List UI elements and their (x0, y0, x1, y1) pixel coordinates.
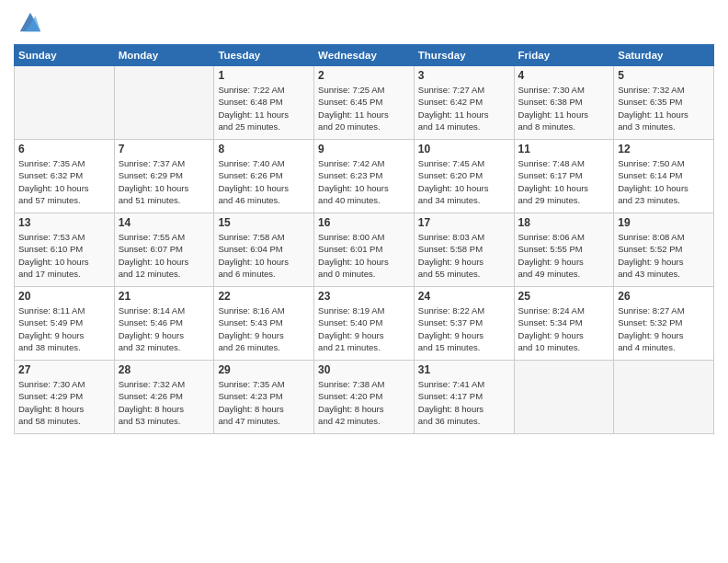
week-row-4: 20Sunrise: 8:11 AMSunset: 5:49 PMDayligh… (15, 287, 714, 361)
day-number: 26 (618, 290, 710, 303)
header (14, 9, 714, 37)
day-number: 31 (418, 363, 510, 376)
calendar-cell: 16Sunrise: 8:00 AMSunset: 6:01 PMDayligh… (314, 213, 415, 287)
day-info: Sunrise: 8:16 AMSunset: 5:43 PMDaylight:… (218, 304, 310, 353)
calendar-cell: 1Sunrise: 7:22 AMSunset: 6:48 PMDaylight… (214, 66, 314, 140)
weekday-thursday: Thursday (414, 45, 514, 66)
day-info: Sunrise: 7:41 AMSunset: 4:17 PMDaylight:… (418, 378, 510, 427)
calendar-cell: 24Sunrise: 8:22 AMSunset: 5:37 PMDayligh… (414, 287, 514, 361)
page: SundayMondayTuesdayWednesdayThursdayFrid… (0, 0, 728, 563)
logo-icon (17, 9, 42, 35)
day-info: Sunrise: 7:30 AMSunset: 4:29 PMDaylight:… (18, 378, 110, 427)
day-info: Sunrise: 7:50 AMSunset: 6:14 PMDaylight:… (618, 157, 710, 206)
week-row-2: 6Sunrise: 7:35 AMSunset: 6:32 PMDaylight… (15, 140, 714, 213)
day-info: Sunrise: 8:03 AMSunset: 5:58 PMDaylight:… (418, 231, 510, 280)
day-info: Sunrise: 7:45 AMSunset: 6:20 PMDaylight:… (418, 157, 510, 206)
day-info: Sunrise: 8:24 AMSunset: 5:34 PMDaylight:… (518, 304, 610, 353)
weekday-saturday: Saturday (614, 45, 714, 66)
day-number: 13 (18, 216, 110, 229)
day-number: 25 (518, 290, 610, 303)
calendar-cell (15, 66, 115, 140)
weekday-wednesday: Wednesday (314, 45, 415, 66)
day-info: Sunrise: 7:25 AMSunset: 6:45 PMDaylight:… (318, 84, 410, 132)
calendar-cell: 10Sunrise: 7:45 AMSunset: 6:20 PMDayligh… (414, 140, 514, 213)
day-info: Sunrise: 7:48 AMSunset: 6:17 PMDaylight:… (518, 157, 610, 206)
weekday-friday: Friday (514, 45, 614, 66)
day-number: 27 (18, 363, 110, 376)
day-info: Sunrise: 8:11 AMSunset: 5:49 PMDaylight:… (18, 304, 110, 353)
calendar-cell: 4Sunrise: 7:30 AMSunset: 6:38 PMDaylight… (514, 66, 614, 140)
day-number: 10 (418, 143, 510, 155)
day-info: Sunrise: 7:38 AMSunset: 4:20 PMDaylight:… (318, 378, 410, 427)
day-number: 28 (119, 363, 210, 376)
day-info: Sunrise: 8:14 AMSunset: 5:46 PMDaylight:… (119, 304, 210, 353)
day-info: Sunrise: 8:08 AMSunset: 5:52 PMDaylight:… (618, 231, 710, 280)
calendar-cell: 22Sunrise: 8:16 AMSunset: 5:43 PMDayligh… (214, 287, 314, 361)
calendar-cell: 9Sunrise: 7:42 AMSunset: 6:23 PMDaylight… (314, 140, 415, 213)
day-number: 3 (418, 69, 510, 82)
calendar-cell: 26Sunrise: 8:27 AMSunset: 5:32 PMDayligh… (614, 287, 714, 361)
day-number: 15 (218, 216, 310, 229)
calendar-cell: 28Sunrise: 7:32 AMSunset: 4:26 PMDayligh… (114, 361, 214, 434)
day-number: 6 (18, 143, 110, 155)
day-info: Sunrise: 7:30 AMSunset: 6:38 PMDaylight:… (518, 84, 610, 132)
calendar-cell: 27Sunrise: 7:30 AMSunset: 4:29 PMDayligh… (15, 361, 115, 434)
calendar-cell: 25Sunrise: 8:24 AMSunset: 5:34 PMDayligh… (514, 287, 614, 361)
calendar: SundayMondayTuesdayWednesdayThursdayFrid… (14, 44, 714, 434)
day-number: 16 (318, 216, 410, 229)
calendar-cell: 3Sunrise: 7:27 AMSunset: 6:42 PMDaylight… (414, 66, 514, 140)
calendar-cell: 17Sunrise: 8:03 AMSunset: 5:58 PMDayligh… (414, 213, 514, 287)
day-info: Sunrise: 8:27 AMSunset: 5:32 PMDaylight:… (618, 304, 710, 353)
day-info: Sunrise: 7:32 AMSunset: 4:26 PMDaylight:… (119, 378, 210, 427)
day-number: 1 (218, 69, 310, 82)
calendar-cell (114, 66, 214, 140)
day-number: 12 (618, 143, 710, 155)
day-number: 22 (218, 290, 310, 303)
day-info: Sunrise: 8:19 AMSunset: 5:40 PMDaylight:… (318, 304, 410, 353)
day-number: 5 (618, 69, 710, 82)
weekday-monday: Monday (114, 45, 214, 66)
day-info: Sunrise: 7:55 AMSunset: 6:07 PMDaylight:… (119, 231, 210, 280)
day-number: 8 (218, 143, 310, 155)
calendar-cell: 14Sunrise: 7:55 AMSunset: 6:07 PMDayligh… (114, 213, 214, 287)
week-row-5: 27Sunrise: 7:30 AMSunset: 4:29 PMDayligh… (15, 361, 714, 434)
calendar-cell: 2Sunrise: 7:25 AMSunset: 6:45 PMDaylight… (314, 66, 415, 140)
day-info: Sunrise: 7:58 AMSunset: 6:04 PMDaylight:… (218, 231, 310, 280)
day-info: Sunrise: 7:32 AMSunset: 6:35 PMDaylight:… (618, 84, 710, 132)
calendar-cell: 15Sunrise: 7:58 AMSunset: 6:04 PMDayligh… (214, 213, 314, 287)
calendar-cell: 11Sunrise: 7:48 AMSunset: 6:17 PMDayligh… (514, 140, 614, 213)
day-info: Sunrise: 7:35 AMSunset: 6:32 PMDaylight:… (18, 157, 110, 206)
calendar-cell: 19Sunrise: 8:08 AMSunset: 5:52 PMDayligh… (614, 213, 714, 287)
day-info: Sunrise: 7:27 AMSunset: 6:42 PMDaylight:… (418, 84, 510, 132)
day-info: Sunrise: 7:40 AMSunset: 6:26 PMDaylight:… (218, 157, 310, 206)
day-info: Sunrise: 7:42 AMSunset: 6:23 PMDaylight:… (318, 157, 410, 206)
weekday-tuesday: Tuesday (214, 45, 314, 66)
calendar-cell: 13Sunrise: 7:53 AMSunset: 6:10 PMDayligh… (15, 213, 115, 287)
day-number: 30 (318, 363, 410, 376)
calendar-cell: 30Sunrise: 7:38 AMSunset: 4:20 PMDayligh… (314, 361, 415, 434)
weekday-header-row: SundayMondayTuesdayWednesdayThursdayFrid… (15, 45, 714, 66)
day-info: Sunrise: 7:37 AMSunset: 6:29 PMDaylight:… (119, 157, 210, 206)
calendar-cell: 29Sunrise: 7:35 AMSunset: 4:23 PMDayligh… (214, 361, 314, 434)
day-number: 7 (119, 143, 210, 155)
calendar-cell: 7Sunrise: 7:37 AMSunset: 6:29 PMDaylight… (114, 140, 214, 213)
day-number: 19 (618, 216, 710, 229)
day-info: Sunrise: 7:53 AMSunset: 6:10 PMDaylight:… (18, 231, 110, 280)
calendar-cell: 8Sunrise: 7:40 AMSunset: 6:26 PMDaylight… (214, 140, 314, 213)
day-info: Sunrise: 8:00 AMSunset: 6:01 PMDaylight:… (318, 231, 410, 280)
day-number: 9 (318, 143, 410, 155)
logo (14, 9, 42, 37)
calendar-cell: 6Sunrise: 7:35 AMSunset: 6:32 PMDaylight… (15, 140, 115, 213)
calendar-cell (514, 361, 614, 434)
weekday-sunday: Sunday (15, 45, 115, 66)
calendar-cell: 23Sunrise: 8:19 AMSunset: 5:40 PMDayligh… (314, 287, 415, 361)
day-number: 14 (119, 216, 210, 229)
day-number: 20 (18, 290, 110, 303)
week-row-1: 1Sunrise: 7:22 AMSunset: 6:48 PMDaylight… (15, 66, 714, 140)
calendar-cell: 31Sunrise: 7:41 AMSunset: 4:17 PMDayligh… (414, 361, 514, 434)
day-number: 17 (418, 216, 510, 229)
day-info: Sunrise: 8:06 AMSunset: 5:55 PMDaylight:… (518, 231, 610, 280)
calendar-cell: 12Sunrise: 7:50 AMSunset: 6:14 PMDayligh… (614, 140, 714, 213)
day-info: Sunrise: 7:22 AMSunset: 6:48 PMDaylight:… (218, 84, 310, 132)
day-number: 18 (518, 216, 610, 229)
